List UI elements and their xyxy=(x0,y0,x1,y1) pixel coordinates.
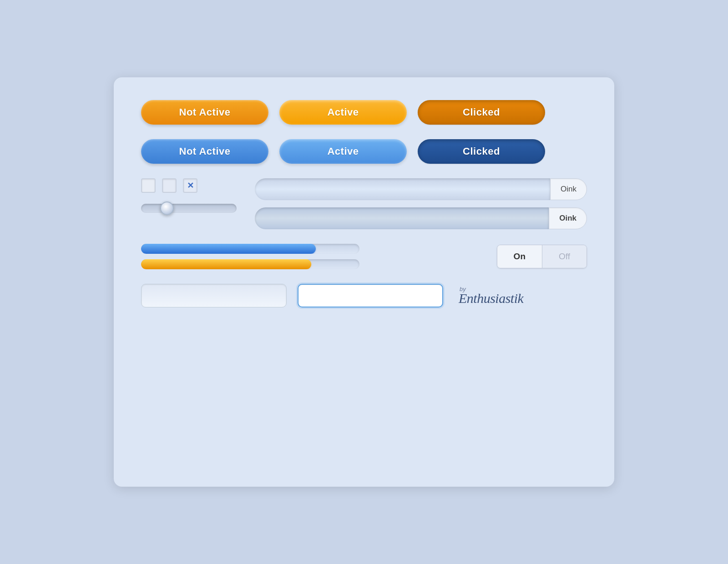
on-off-toggle[interactable]: On Off xyxy=(497,245,587,268)
brand-text: by Enthusiastik xyxy=(459,286,523,306)
progress-fill-blue xyxy=(141,244,316,254)
progress-track-orange xyxy=(141,259,359,269)
progress-section: On Off xyxy=(141,244,587,269)
controls-section: ✕ Oink Oink xyxy=(141,178,587,229)
checkbox-empty-2[interactable] xyxy=(162,178,177,193)
left-controls: ✕ xyxy=(141,178,237,213)
progress-bars xyxy=(141,244,479,269)
oink-label-2: Oink xyxy=(549,207,587,229)
x-icon: ✕ xyxy=(187,181,194,191)
orange-not-active-button[interactable]: Not Active xyxy=(141,100,268,125)
progress-track-blue xyxy=(141,244,359,254)
input-bar-row-1: Oink xyxy=(255,178,587,200)
checkbox-row: ✕ xyxy=(141,178,237,193)
blue-clicked-button[interactable]: Clicked xyxy=(418,139,545,164)
ui-kit-card: Not Active Active Clicked Not Active Act… xyxy=(114,77,614,487)
blue-button-row: Not Active Active Clicked xyxy=(141,139,587,164)
checkbox-empty-1[interactable] xyxy=(141,178,156,193)
blue-active-button[interactable]: Active xyxy=(279,139,407,164)
slider-row xyxy=(141,204,237,213)
input-bar-1[interactable] xyxy=(255,178,550,200)
orange-clicked-button[interactable]: Clicked xyxy=(418,100,545,125)
brand-name: Enthusiastik xyxy=(459,291,523,306)
progress-fill-orange xyxy=(141,259,311,269)
toggle-on-button[interactable]: On xyxy=(497,245,542,268)
text-input-focused[interactable] xyxy=(298,284,443,307)
orange-active-button[interactable]: Active xyxy=(279,100,407,125)
input-bar-row-2: Oink xyxy=(255,207,587,229)
orange-button-row: Not Active Active Clicked xyxy=(141,100,587,125)
right-controls: Oink Oink xyxy=(255,178,587,229)
input-bar-2[interactable] xyxy=(255,207,549,229)
text-inputs-section: by Enthusiastik xyxy=(141,284,587,307)
checkbox-checked[interactable]: ✕ xyxy=(183,178,197,193)
text-input-plain[interactable] xyxy=(141,284,287,307)
slider-track[interactable] xyxy=(141,204,237,213)
blue-not-active-button[interactable]: Not Active xyxy=(141,139,268,164)
oink-label-1: Oink xyxy=(550,178,587,200)
toggle-off-button[interactable]: Off xyxy=(542,245,586,268)
slider-thumb[interactable] xyxy=(160,201,174,215)
